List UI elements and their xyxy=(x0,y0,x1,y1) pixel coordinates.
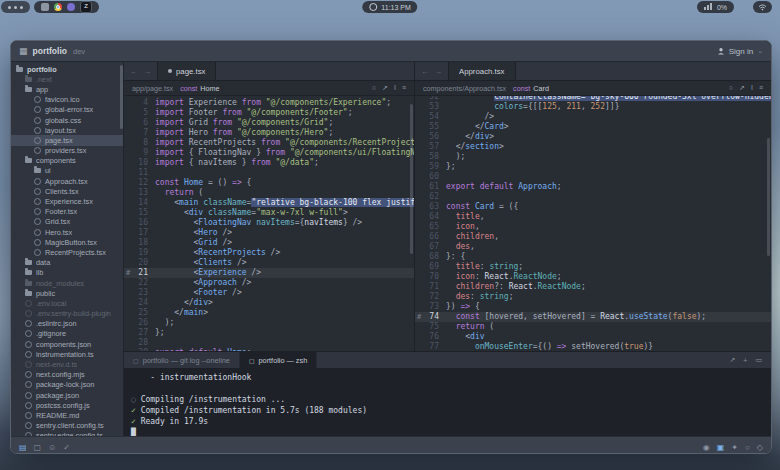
code-line-12[interactable]: 12const Home = () => { xyxy=(124,178,414,188)
code-line-61[interactable]: 61export default Approach; xyxy=(415,182,771,192)
terminal-tab-zsh[interactable]: ▢ portfolio — zsh xyxy=(240,352,317,368)
tree-item-global-error-tsx[interactable]: global-error.tsx xyxy=(11,105,123,115)
tree-item-portfolio[interactable]: portfolio xyxy=(11,64,123,74)
window-title[interactable]: portfolio xyxy=(33,46,67,56)
tree-item-layout-tsx[interactable]: layout.tsx xyxy=(11,125,123,135)
tree-item-data[interactable]: data xyxy=(11,258,123,268)
code-line-22[interactable]: 22 <Approach /> xyxy=(124,278,414,288)
tree-item--env-sentry-build-plugin[interactable]: .env.sentry-build-plugin xyxy=(11,309,123,319)
code-line-5[interactable]: 5import Footer from "@/components/Footer… xyxy=(124,108,414,118)
tree-item--env-local[interactable]: .env.local xyxy=(11,298,123,308)
code-line-72[interactable]: 72 des: string; xyxy=(415,292,771,302)
tree-item-providers-tsx[interactable]: providers.tsx xyxy=(11,146,123,156)
code-line-60[interactable]: 60 xyxy=(415,172,771,182)
code-line-20[interactable]: 20 <Clients /> xyxy=(124,258,414,268)
code-line-69[interactable]: 69 title: string; xyxy=(415,262,771,272)
terminal-toggle-icon[interactable]: ▢ xyxy=(34,443,42,452)
code-line-76[interactable]: 76 <div xyxy=(415,332,771,342)
editor-scrollbar[interactable] xyxy=(410,104,413,254)
tree-item-postcss-config-js[interactable]: postcss.config.js xyxy=(11,400,123,410)
code-line-8[interactable]: 8import RecentProjects from "@/component… xyxy=(124,138,414,148)
code-line-77[interactable]: 77 onMouseEnter={() => setHovered(true)} xyxy=(415,342,771,351)
code-line-55[interactable]: 55 </Card> xyxy=(415,122,771,132)
tree-item-components-json[interactable]: components.json xyxy=(11,339,123,349)
sign-in-button[interactable]: Sign in ⌄ xyxy=(717,47,763,56)
tree-item-readme-md[interactable]: README.md xyxy=(11,410,123,420)
code-line-74[interactable]: #74 const [hovered, setHovered] = React.… xyxy=(415,312,771,322)
tree-item--eslintrc-json[interactable]: .eslintrc.json xyxy=(11,319,123,329)
code-line-68[interactable]: 68}: { xyxy=(415,252,771,262)
code-line-15[interactable]: 15 <div className="max-w-7xl w-full"> xyxy=(124,208,414,218)
inline-assist-icon[interactable]: I xyxy=(394,84,396,92)
code-editor-left[interactable]: 4import Experience from "@/components/Ex… xyxy=(124,96,414,351)
diagnostics-check-icon[interactable]: ✓ xyxy=(63,443,70,452)
code-line-19[interactable]: 19 <RecentProjects /> xyxy=(124,248,414,258)
diagnostics-icon[interactable]: ◇ xyxy=(757,443,763,452)
tree-item-magicbutton-tsx[interactable]: MagicButton.tsx xyxy=(11,237,123,247)
tree-item-package-json[interactable]: package.json xyxy=(11,390,123,400)
tree-item-recentprojects-tsx[interactable]: RecentProjects.tsx xyxy=(11,247,123,257)
tree-item-node-modules[interactable]: node_modules xyxy=(11,278,123,288)
tree-item-globals-css[interactable]: globals.css xyxy=(11,115,123,125)
tree-item-lib[interactable]: lib xyxy=(11,268,123,278)
code-line-11[interactable]: 11 xyxy=(124,168,414,178)
code-line-29[interactable]: 29export default Home; xyxy=(124,348,414,351)
code-line-64[interactable]: 64 title, xyxy=(415,212,771,222)
code-line-10[interactable]: 10import { navItems } from "@/data"; xyxy=(124,158,414,168)
code-line-67[interactable]: 67 des, xyxy=(415,242,771,252)
collab-icon[interactable]: ☺ xyxy=(48,443,56,452)
nav-forward-icon[interactable]: → xyxy=(143,67,151,76)
code-line-18[interactable]: 18 <Grid /> xyxy=(124,238,414,248)
code-line-54[interactable]: 54 /> xyxy=(415,112,771,122)
terminal-output[interactable]: - instrumentationHook○ Compiling /instru… xyxy=(124,369,771,436)
inline-assist-icon[interactable]: I xyxy=(751,84,753,92)
nav-back-icon[interactable]: ← xyxy=(421,67,429,76)
code-line-56[interactable]: 56 </div> xyxy=(415,132,771,142)
search-icon[interactable]: ○ xyxy=(729,84,733,92)
app-chrome-icon[interactable] xyxy=(54,3,62,11)
tree-item-package-lock-json[interactable]: package-lock.json xyxy=(11,380,123,390)
tree-item-grid-tsx[interactable]: Grid.tsx xyxy=(11,217,123,227)
gutter-marker-icon[interactable]: # xyxy=(126,268,130,278)
tree-item-approach-tsx[interactable]: Approach.tsx xyxy=(11,176,123,186)
tree-item-next-config-mjs[interactable]: next.config.mjs xyxy=(11,370,123,380)
go-to-icon[interactable]: ↗ xyxy=(382,84,388,92)
tab-page-tsx[interactable]: page.tsx xyxy=(157,62,216,80)
tab-approach-tsx[interactable]: Approach.tsx xyxy=(448,62,516,80)
git-branch-label[interactable]: dev xyxy=(73,47,85,56)
tree-item-next-env-d-ts[interactable]: next-env.d.ts xyxy=(11,359,123,369)
nav-back-icon[interactable]: ← xyxy=(130,67,138,76)
code-line-63[interactable]: 63const Card = ({ xyxy=(415,202,771,212)
tree-item-hero-tsx[interactable]: Hero.tsx xyxy=(11,227,123,237)
code-line-6[interactable]: 6import Grid from "@/components/Grid"; xyxy=(124,118,414,128)
tree-item-ui[interactable]: ui xyxy=(11,166,123,176)
menu-icon[interactable]: ≡ xyxy=(759,84,763,92)
code-line-75[interactable]: 75 return ( xyxy=(415,322,771,332)
tree-item-instrumentation-ts[interactable]: instrumentation.ts xyxy=(11,349,123,359)
go-to-icon[interactable]: ↗ xyxy=(739,84,745,92)
code-line-58[interactable]: 58 ); xyxy=(415,152,771,162)
app-zed-icon[interactable]: Z xyxy=(80,1,92,13)
code-line-13[interactable]: 13 return ( xyxy=(124,188,414,198)
tree-item-page-tsx[interactable]: page.tsx xyxy=(11,135,123,145)
code-line-7[interactable]: 7import Hero from "@/components/Hero"; xyxy=(124,128,414,138)
volume-indicator[interactable]: 0% xyxy=(697,1,734,13)
code-line-9[interactable]: 9import { FloatingNav } from "@/componen… xyxy=(124,148,414,158)
tree-item-app[interactable]: app xyxy=(11,84,123,94)
breadcrumb-left[interactable]: app/page.tsx const Home ○↗I≡ xyxy=(124,81,414,96)
tree-item-favicon-ico[interactable]: favicon.ico xyxy=(11,95,123,105)
terminal-panel-icon[interactable]: ▣ xyxy=(717,443,725,452)
code-line-14[interactable]: 14 <main className="relative bg-black-10… xyxy=(124,198,414,208)
code-line-4[interactable]: 4import Experience from "@/components/Ex… xyxy=(124,98,414,108)
code-line-71[interactable]: 71 children?: React.ReactNode; xyxy=(415,282,771,292)
code-line-23[interactable]: 23 <Footer /> xyxy=(124,288,414,298)
tree-item-clients-tsx[interactable]: Clients.tsx xyxy=(11,186,123,196)
code-line-24[interactable]: 24 </div> xyxy=(124,298,414,308)
code-line-25[interactable]: 25 </main> xyxy=(124,308,414,318)
code-line-59[interactable]: 59}; xyxy=(415,162,771,172)
search-icon[interactable]: ○ xyxy=(745,443,750,452)
code-line-73[interactable]: 73}) => { xyxy=(415,302,771,312)
project-grid-icon[interactable]: ▦ xyxy=(19,46,28,56)
system-tray[interactable] xyxy=(1,1,30,13)
new-terminal-icon[interactable]: + xyxy=(743,357,747,364)
